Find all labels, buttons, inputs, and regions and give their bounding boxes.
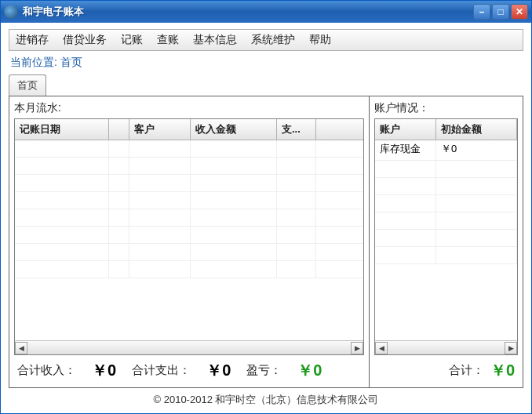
col-expense[interactable]: 支... [277,119,316,140]
col-account[interactable]: 账户 [375,119,436,140]
flow-totals: 合计收入： ￥0 合计支出： ￥0 盈亏： ￥0 [14,355,364,384]
col-initial[interactable]: 初始金额 [436,119,517,140]
accounts-hscroll[interactable]: ◀ ▶ [375,340,517,354]
col-customer[interactable]: 客户 [129,119,191,140]
profit-label: 盈亏： [246,363,282,378]
minimize-button[interactable]: – [473,4,490,20]
table-row[interactable]: 库存现金 ￥0 [375,140,517,161]
menu-inventory[interactable]: 进销存 [16,33,49,47]
app-window: 和宇电子账本 – □ ✕ 进销存 借贷业务 记账 查账 基本信息 系统维护 帮助… [0,0,532,414]
expense-label: 合计支出： [132,363,191,378]
panel-accounts: 账户情况： 账户 初始金额 库存现金 ￥0 [370,96,523,387]
col-blank[interactable] [109,119,129,140]
content-area: 本月流水: 记账日期 客户 收入金额 支... [9,96,523,388]
flow-hscroll[interactable]: ◀ ▶ [15,340,363,354]
sum-label: 合计： [449,363,484,378]
flow-table-body [15,140,363,340]
scroll-right-icon[interactable]: ▶ [505,342,517,354]
breadcrumb-label: 当前位置: [10,56,57,68]
accounts-table-body: 库存现金 ￥0 [375,140,517,340]
flow-table-header: 记账日期 客户 收入金额 支... [15,119,363,140]
panel-title-accounts: 账户情况： [374,100,518,118]
income-value: ￥0 [92,360,116,381]
menu-check[interactable]: 查账 [157,33,179,47]
accounts-table: 账户 初始金额 库存现金 ￥0 [374,118,518,355]
profit-value: ￥0 [297,360,322,381]
menu-basicinfo[interactable]: 基本信息 [193,33,237,47]
tab-home[interactable]: 首页 [9,74,46,96]
col-income[interactable]: 收入金额 [191,119,277,140]
scroll-left-icon[interactable]: ◀ [15,342,27,354]
close-button[interactable]: ✕ [511,4,528,20]
footer-copyright: © 2010-2012 和宇时空（北京）信息技术有限公司 [9,388,523,410]
window-title: 和宇电子账本 [23,5,473,19]
titlebar: 和宇电子账本 – □ ✕ [1,1,531,23]
app-icon [4,5,18,19]
tab-row: 首页 [9,74,523,96]
panel-title-flow: 本月流水: [14,100,364,118]
menu-maintain[interactable]: 系统维护 [251,33,295,47]
flow-table: 记账日期 客户 收入金额 支... [14,118,364,355]
window-controls: – □ ✕ [473,4,528,20]
breadcrumb: 当前位置: 首页 [9,51,523,74]
accounts-totals: 合计： ￥0 [374,355,518,384]
menubar: 进销存 借贷业务 记账 查账 基本信息 系统维护 帮助 [9,29,523,51]
panels: 本月流水: 记账日期 客户 收入金额 支... [9,96,523,387]
col-date[interactable]: 记账日期 [15,119,109,140]
expense-value: ￥0 [206,360,231,381]
cell-account: 库存现金 [375,140,436,160]
scroll-right-icon[interactable]: ▶ [351,342,363,354]
sum-value: ￥0 [490,360,515,381]
menu-loan[interactable]: 借贷业务 [63,33,107,47]
client-area: 进销存 借贷业务 记账 查账 基本信息 系统维护 帮助 当前位置: 首页 首页 … [1,23,531,413]
breadcrumb-value: 首页 [60,56,82,68]
scroll-left-icon[interactable]: ◀ [375,342,388,354]
maximize-button[interactable]: □ [492,4,509,20]
panel-monthly-flow: 本月流水: 记账日期 客户 收入金额 支... [9,96,370,387]
menu-help[interactable]: 帮助 [309,33,331,47]
income-label: 合计收入： [17,363,76,378]
accounts-table-header: 账户 初始金额 [375,119,517,140]
cell-amount: ￥0 [436,140,517,160]
menu-record[interactable]: 记账 [121,33,143,47]
